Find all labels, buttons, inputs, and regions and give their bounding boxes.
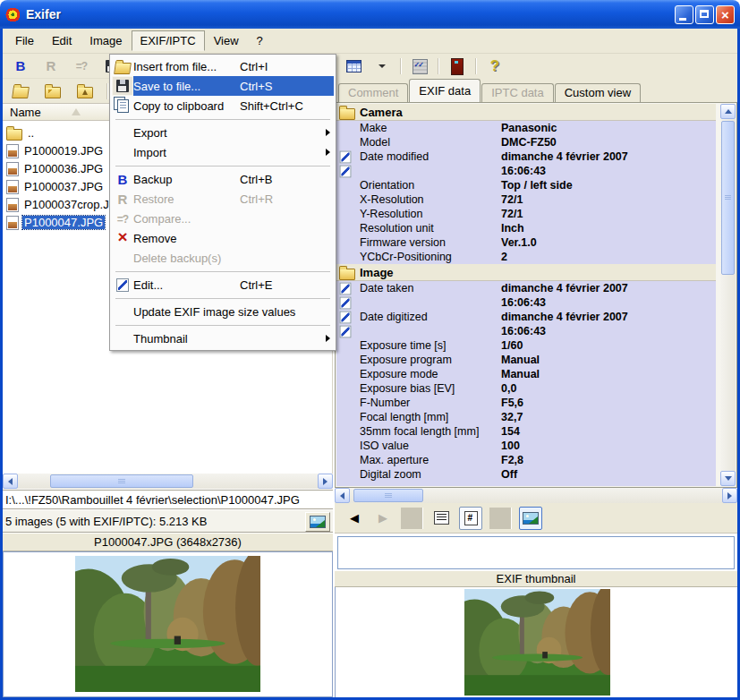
exif-row[interactable]: X-Resolution 72/1 <box>336 192 716 207</box>
exif-row[interactable]: Y-Resolution 72/1 <box>336 207 716 221</box>
exif-row[interactable]: ISO value 100 <box>336 439 716 453</box>
exif-row[interactable]: F-Number F5,6 <box>336 396 716 410</box>
exif-row[interactable]: Orientation Top / left side <box>336 178 716 192</box>
compare-button[interactable] <box>71 56 92 76</box>
scroll-left-button[interactable] <box>3 474 18 489</box>
exif-row[interactable]: Exposure mode Manual <box>336 367 716 381</box>
folder-up-button[interactable] <box>74 81 96 101</box>
exif-row[interactable]: Exposure bias [EV] 0,0 <box>336 381 716 396</box>
scroll-thumb[interactable] <box>50 474 193 488</box>
menuitem-export[interactable]: Export <box>112 123 334 142</box>
exif-row[interactable]: 16:06:43 <box>336 324 716 338</box>
menuitem-thumbnail[interactable]: Thumbnail <box>112 329 334 348</box>
section-title: Camera <box>360 106 403 119</box>
minimize-button[interactable] <box>675 5 693 24</box>
name-column-header[interactable]: Name <box>10 106 41 119</box>
view-mode-button[interactable] <box>343 56 364 76</box>
menu-file[interactable]: File <box>6 30 43 51</box>
status-bar: 5 images (5 with EXIF/IPTC): 5.213 KB <box>3 510 333 533</box>
tab-exif-data[interactable]: EXIF data <box>409 79 481 102</box>
exif-iptc-menu: Insert from file... Ctrl+I Save to file.… <box>109 54 336 351</box>
thumbnail-view-button[interactable] <box>519 507 542 530</box>
menu-help[interactable]: ? <box>248 30 272 51</box>
thumbnail-nav-toolbar <box>335 503 737 534</box>
exif-field-label: Max. aperture <box>360 454 501 466</box>
scroll-left-button[interactable] <box>335 488 350 503</box>
menu-item-icon <box>116 80 129 92</box>
exif-field-value: 0,0 <box>501 382 516 395</box>
exif-field-value: dimanche 4 février 2007 <box>501 150 628 163</box>
exif-row[interactable]: Resolution unit Inch <box>336 221 716 235</box>
previous-image-button[interactable] <box>344 508 365 529</box>
exif-row[interactable]: Digital zoom Off <box>336 467 716 482</box>
help-button[interactable] <box>484 56 506 76</box>
tab-iptc-data[interactable]: IPTC data <box>481 83 554 102</box>
menuitem-copy-to-clipboard[interactable]: Copy to clipboard Shift+Ctrl+C <box>112 96 334 115</box>
menuitem-save-to-file[interactable]: Save to file... Ctrl+S <box>112 76 334 96</box>
exif-row[interactable]: 35mm focal length [mm] 154 <box>336 424 716 439</box>
menu-item-shortcut: Ctrl+E <box>236 278 326 292</box>
exif-section-header[interactable]: Camera <box>336 104 716 121</box>
scroll-down-button[interactable] <box>720 471 736 486</box>
exif-field-value: 154 <box>501 425 520 438</box>
menu-item-label: Update EXIF image size values <box>133 305 295 319</box>
exif-row[interactable]: Date digitized dimanche 4 février 2007 <box>336 310 716 324</box>
text-view-button[interactable] <box>430 508 452 529</box>
menuitem-edit[interactable]: Edit... Ctrl+E <box>112 275 334 295</box>
menuitem-update-exif-size[interactable]: Update EXIF image size values <box>112 302 334 321</box>
exif-row[interactable]: Date taken dimanche 4 février 2007 <box>336 281 716 295</box>
refresh-folder-button[interactable] <box>42 81 64 101</box>
scroll-thumb[interactable] <box>353 489 423 502</box>
file-name: P1000019.JPG <box>22 144 105 158</box>
view-mode-dropdown[interactable] <box>371 56 393 76</box>
exif-field-value: 2 <box>501 251 507 263</box>
scroll-right-button[interactable] <box>318 474 333 489</box>
edit-pen-icon <box>340 311 352 323</box>
exif-row[interactable]: Date modified dimanche 4 février 2007 <box>336 149 716 164</box>
menu-view[interactable]: View <box>205 30 248 51</box>
preview-toggle-button[interactable] <box>305 512 330 532</box>
exif-row[interactable]: Exposure program Manual <box>336 353 716 367</box>
exif-row[interactable]: YCbCr-Positioning 2 <box>336 250 716 264</box>
menu-item-label: Export <box>133 126 236 140</box>
exif-row[interactable]: Model DMC-FZ50 <box>336 135 716 149</box>
menuitem-insert-from-file[interactable]: Insert from file... Ctrl+I <box>112 56 334 76</box>
exif-row[interactable]: Exposure time [s] 1/60 <box>336 338 716 353</box>
menu-edit[interactable]: Edit <box>43 30 81 51</box>
exif-field-value: 100 <box>501 440 520 452</box>
tab-custom-view[interactable]: Custom view <box>555 83 641 102</box>
scroll-thumb[interactable] <box>721 121 735 275</box>
exit-button[interactable] <box>447 56 468 76</box>
menuitem-compare[interactable]: Compare... <box>112 209 334 228</box>
exif-row[interactable]: Max. aperture F2,8 <box>336 453 716 467</box>
exif-row[interactable]: Make Panasonic <box>336 121 716 135</box>
close-button[interactable]: × <box>716 5 735 24</box>
menu-exif-iptc[interactable]: EXIF/IPTC <box>132 30 205 51</box>
menuitem-backup[interactable]: Backup Ctrl+B <box>112 169 334 189</box>
menuitem-restore[interactable]: Restore Ctrl+R <box>112 189 334 209</box>
scroll-right-button[interactable] <box>722 488 737 503</box>
exif-row[interactable]: 16:06:43 <box>336 164 716 178</box>
edit-pen-icon <box>340 150 352 163</box>
exif-field-label: Date digitized <box>360 311 501 323</box>
exif-row[interactable]: 16:06:43 <box>336 295 716 310</box>
next-image-button[interactable] <box>372 508 394 529</box>
exifer-window: Exifer × File Edit Image EXIF/IPTC View … <box>0 0 740 700</box>
comment-box[interactable] <box>337 536 735 569</box>
menuitem-remove[interactable]: Remove <box>112 228 334 248</box>
exif-row[interactable]: Firmware version Ver.1.0 <box>336 235 716 250</box>
values-view-button[interactable] <box>459 507 482 530</box>
exif-row[interactable]: Focal length [mm] 32,7 <box>336 410 716 424</box>
maximize-button[interactable] <box>695 5 714 24</box>
menuitem-import[interactable]: Import <box>112 142 334 162</box>
restore-button[interactable] <box>40 56 62 76</box>
options-button[interactable] <box>409 56 430 76</box>
preview-caption: P1000047.JPG (3648x2736) <box>3 533 333 551</box>
menuitem-delete-backups[interactable]: Delete backup(s) <box>112 248 334 268</box>
menu-image[interactable]: Image <box>81 30 131 51</box>
backup-button[interactable] <box>10 56 31 76</box>
browse-folder-button[interactable] <box>10 81 31 101</box>
tab-comment[interactable]: Comment <box>338 83 408 102</box>
exif-section-header[interactable]: Image <box>336 264 716 281</box>
scroll-up-button[interactable] <box>720 104 736 119</box>
